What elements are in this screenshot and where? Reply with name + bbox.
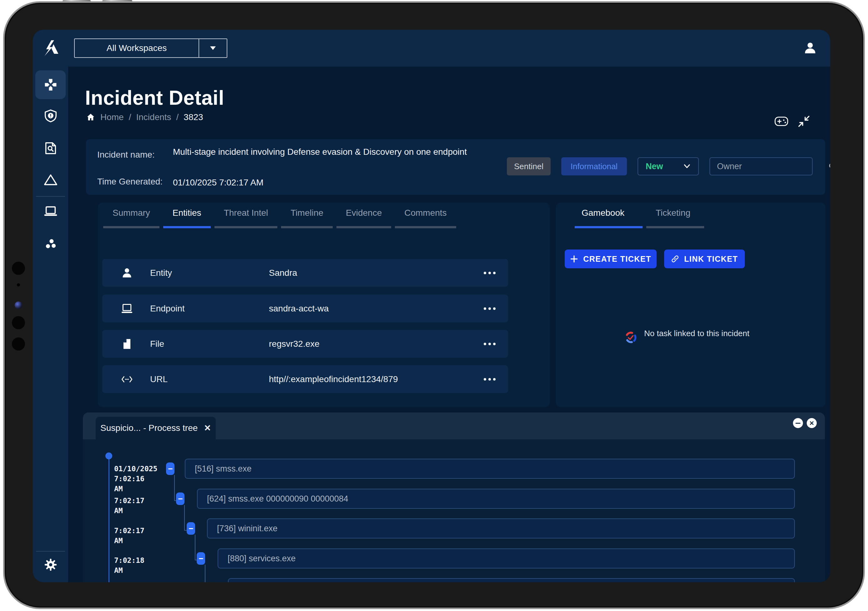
breadcrumb-separator: / xyxy=(176,112,179,122)
laptop-icon xyxy=(43,204,58,219)
process-tree-header: Suspicio... - Process tree ✕ ✕ xyxy=(83,413,825,439)
process-node[interactable]: [516] smss.exe xyxy=(185,459,795,479)
sidebar-item-hunting[interactable] xyxy=(33,133,68,163)
no-task-text: No task linked to this incident xyxy=(644,329,750,338)
process-node[interactable] xyxy=(228,578,795,582)
sidebar-item-endpoints[interactable] xyxy=(33,196,68,226)
entity-row[interactable]: Entity Sandra xyxy=(102,259,508,287)
entity-value: regsvr32.exe xyxy=(269,339,319,349)
tab-entities[interactable]: Entities xyxy=(163,208,211,228)
process-node-label: [736] wininit.exe xyxy=(217,524,277,533)
entity-row[interactable]: URL http//:exampleofincident1234/879 xyxy=(102,365,508,393)
process-node-label: [516] smss.exe xyxy=(195,464,252,474)
caret-down-icon xyxy=(210,46,216,50)
tree-connector xyxy=(184,505,185,530)
ticket-tabs: Gamebook Ticketing xyxy=(575,208,704,228)
status-dropdown[interactable]: New xyxy=(637,157,699,175)
time-generated-value: 01/10/2025 7:02:17 AM xyxy=(173,177,264,188)
status-value: New xyxy=(646,162,663,171)
minimize-button[interactable] xyxy=(793,418,803,428)
document-search-icon xyxy=(43,141,58,155)
node-collapse-toggle[interactable] xyxy=(197,552,205,565)
tab-evidence[interactable]: Evidence xyxy=(336,208,391,228)
home-icon[interactable] xyxy=(86,113,95,122)
incident-summary-card: Incident name: Multi-stage incident invo… xyxy=(86,139,825,195)
node-timestamp: 01/10/2025 7:02:16 AM xyxy=(114,464,155,494)
row-actions-button[interactable] xyxy=(484,272,496,274)
process-tree-tab-title: Suspicio... - Process tree xyxy=(100,423,198,433)
workspace-selector[interactable]: All Workspaces xyxy=(74,39,227,58)
gamepad-icon[interactable] xyxy=(775,115,788,127)
bezel-mic xyxy=(17,283,20,287)
node-cluster-icon xyxy=(43,236,58,251)
bezel-sensor xyxy=(12,262,25,275)
link-ticket-button[interactable]: LINK TICKET xyxy=(664,250,745,268)
node-collapse-toggle[interactable] xyxy=(187,522,195,535)
sidebar-item-settings[interactable] xyxy=(33,550,68,580)
chevron-down-icon xyxy=(683,164,691,169)
collapse-icon[interactable] xyxy=(797,115,811,127)
laptop-icon xyxy=(121,303,133,315)
process-node[interactable]: [736] wininit.exe xyxy=(207,518,795,538)
node-timestamp: 7:02:17 AM xyxy=(114,496,155,516)
entity-value: sandra-acct-wa xyxy=(269,304,329,314)
entity-value: Sandra xyxy=(269,268,297,278)
row-actions-button[interactable] xyxy=(484,378,496,380)
process-node[interactable]: [880] services.exe xyxy=(218,549,795,569)
entity-value: http//:exampleofincident1234/879 xyxy=(269,374,398,384)
user-icon xyxy=(121,267,133,279)
sidebar-item-incidents[interactable] xyxy=(33,70,68,100)
plus-icon xyxy=(570,255,578,263)
process-tree-tab[interactable]: Suspicio... - Process tree ✕ xyxy=(96,417,216,439)
tab-summary[interactable]: Summary xyxy=(103,208,160,228)
breadcrumb-separator: / xyxy=(129,112,131,122)
workspace-selector-caret-button[interactable] xyxy=(198,39,227,57)
incident-name-label: Incident name: xyxy=(97,150,155,160)
tab-threat-intel[interactable]: Threat Intel xyxy=(214,208,277,228)
entity-type: Endpoint xyxy=(150,304,185,314)
user-profile-icon[interactable] xyxy=(803,41,817,55)
breadcrumb-home[interactable]: Home xyxy=(100,112,124,122)
entity-type: Entity xyxy=(150,268,172,278)
bezel-sensor xyxy=(12,316,25,329)
owner-search-input[interactable] xyxy=(716,161,828,172)
page-title: Incident Detail xyxy=(85,86,224,109)
owner-search-box xyxy=(710,157,813,175)
bezel-sensor xyxy=(12,337,25,350)
entity-row[interactable]: Endpoint sandra-acct-wa xyxy=(102,295,508,323)
tree-connector xyxy=(174,475,175,501)
link-icon xyxy=(671,255,679,263)
tablet-device: All Workspaces xyxy=(0,0,868,611)
node-timestamp: 7:02:17 AM xyxy=(114,526,155,546)
node-collapse-toggle[interactable] xyxy=(176,493,184,505)
row-actions-button[interactable] xyxy=(484,343,496,345)
breadcrumb-incidents[interactable]: Incidents xyxy=(136,112,171,122)
tab-ticketing[interactable]: Ticketing xyxy=(646,208,704,228)
breadcrumb: Home / Incidents / 3823 xyxy=(86,112,203,122)
process-node-label: [880] services.exe xyxy=(228,554,296,563)
triangle-alert-icon xyxy=(43,173,58,187)
create-ticket-button[interactable]: CREATE TICKET xyxy=(565,250,657,268)
source-badge: Sentinel xyxy=(507,157,551,175)
tab-comments[interactable]: Comments xyxy=(395,208,456,228)
tab-close-icon[interactable]: ✕ xyxy=(204,423,211,433)
incident-name-value: Multi-stage incident involving Defense e… xyxy=(173,146,470,158)
process-tree-body: 01/10/2025 7:02:16 AM 7:02:17 AM 7:02:17… xyxy=(83,439,825,582)
node-timestamp: 7:02:18 AM xyxy=(114,555,155,575)
app-logo-icon xyxy=(43,40,60,57)
sidebar-item-connections[interactable] xyxy=(33,229,68,259)
sidebar-item-alerts[interactable] xyxy=(33,101,68,131)
create-ticket-label: CREATE TICKET xyxy=(583,254,651,264)
row-actions-button[interactable] xyxy=(484,307,496,310)
entity-type: URL xyxy=(150,374,167,384)
entity-row[interactable]: File regsvr32.exe xyxy=(102,330,508,358)
node-collapse-toggle[interactable] xyxy=(166,462,175,475)
process-node[interactable]: [624] smss.exe 000000090 00000084 xyxy=(197,489,795,509)
tab-gamebook[interactable]: Gamebook xyxy=(575,208,643,228)
search-icon[interactable] xyxy=(828,162,830,171)
tab-timeline[interactable]: Timeline xyxy=(281,208,333,228)
sidebar-item-detections[interactable] xyxy=(33,165,68,195)
close-button[interactable]: ✕ xyxy=(807,418,817,428)
process-node-label: [624] smss.exe 000000090 00000084 xyxy=(207,494,348,504)
no-task-message: No task linked to this incident xyxy=(624,329,750,344)
